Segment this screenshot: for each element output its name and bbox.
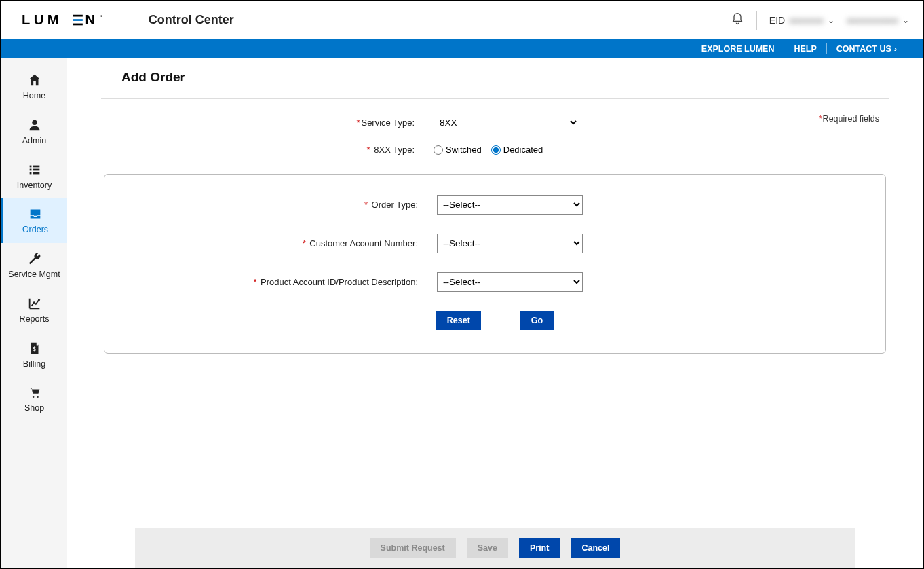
user-dropdown[interactable]: ●●●●●●●●● ⌄ <box>847 15 909 26</box>
explore-link[interactable]: EXPLORE LUMEN <box>692 43 784 54</box>
sidebar-item-label: Shop <box>24 404 44 414</box>
help-link[interactable]: HELP <box>784 43 826 54</box>
svg-rect-3 <box>73 23 83 25</box>
sidebar-item-label: Home <box>23 92 45 101</box>
svg-point-15 <box>37 396 39 398</box>
cart-icon <box>27 385 42 400</box>
save-button[interactable]: Save <box>467 538 508 558</box>
list-icon <box>27 162 42 177</box>
sidebar: Home Admin Inventory Orders Service Mgmt… <box>1 58 67 568</box>
svg-point-14 <box>32 396 34 398</box>
required-fields-note: Required fields <box>819 114 879 124</box>
order-type-select[interactable]: --Select-- <box>437 195 583 215</box>
svg-rect-11 <box>29 172 31 174</box>
chevron-down-icon: ⌄ <box>828 16 834 25</box>
service-type-label: *Service Type: <box>101 117 434 128</box>
sidebar-item-admin[interactable]: Admin <box>1 109 67 154</box>
8xx-type-label: * 8XX Type: <box>101 145 434 155</box>
reset-button[interactable]: Reset <box>436 311 481 330</box>
svg-rect-1 <box>73 14 83 16</box>
sidebar-item-service-mgmt[interactable]: Service Mgmt <box>1 243 67 288</box>
product-account-select[interactable]: --Select-- <box>437 272 583 292</box>
svg-rect-2 <box>73 19 83 21</box>
bell-icon[interactable] <box>731 12 744 28</box>
home-icon <box>27 73 42 88</box>
wrench-icon <box>27 251 42 266</box>
contact-link[interactable]: CONTACT US › <box>826 43 906 54</box>
service-type-select[interactable]: 8XX <box>434 113 579 132</box>
go-button[interactable]: Go <box>520 311 554 330</box>
print-button[interactable]: Print <box>519 538 560 558</box>
invoice-icon: $ <box>27 341 42 356</box>
user-icon <box>27 117 42 132</box>
svg-rect-9 <box>29 168 31 170</box>
app-title: Control Center <box>149 13 234 27</box>
sidebar-item-label: Orders <box>22 225 48 235</box>
sidebar-item-reports[interactable]: Reports <box>1 288 67 333</box>
page-title: Add Order <box>67 58 923 98</box>
order-type-label: * Order Type: <box>111 200 437 210</box>
chart-icon <box>27 296 42 311</box>
sidebar-item-inventory[interactable]: Inventory <box>1 154 67 199</box>
svg-point-5 <box>100 15 102 16</box>
sidebar-item-home[interactable]: Home <box>1 65 67 109</box>
svg-rect-8 <box>33 165 39 167</box>
cancel-button[interactable]: Cancel <box>571 538 620 558</box>
sidebar-item-label: Inventory <box>17 181 52 191</box>
sidebar-item-shop[interactable]: Shop <box>1 377 67 422</box>
eid-value: ●●●●●● <box>789 15 824 26</box>
action-footer: Submit Request Save Print Cancel <box>135 528 855 568</box>
product-account-label: * Product Account ID/Product Description… <box>111 277 437 287</box>
sidebar-item-label: Billing <box>23 360 45 369</box>
eid-label: EID <box>769 15 785 26</box>
customer-account-label: * Customer Account Number: <box>111 238 437 249</box>
sidebar-item-label: Reports <box>20 315 50 325</box>
eid-dropdown[interactable]: EID ●●●●●● ⌄ <box>769 15 834 26</box>
sidebar-item-label: Service Mgmt <box>8 270 60 280</box>
svg-text:$: $ <box>33 346 36 352</box>
submit-request-button[interactable]: Submit Request <box>370 538 456 558</box>
radio-switched[interactable]: Switched <box>434 145 482 155</box>
divider <box>756 11 757 30</box>
svg-rect-12 <box>33 172 39 174</box>
lumen-logo-svg: LUM N <box>22 13 121 28</box>
sidebar-item-billing[interactable]: $ Billing <box>1 333 67 378</box>
radio-dedicated[interactable]: Dedicated <box>491 145 543 155</box>
svg-text:N: N <box>85 13 98 27</box>
chevron-down-icon: ⌄ <box>902 16 909 25</box>
sidebar-item-label: Admin <box>22 136 46 146</box>
chevron-right-icon: › <box>894 44 897 54</box>
svg-rect-10 <box>33 168 39 170</box>
user-name: ●●●●●●●●● <box>847 15 898 26</box>
svg-rect-7 <box>29 165 31 167</box>
inbox-icon <box>28 206 43 221</box>
sidebar-item-orders[interactable]: Orders <box>1 198 67 243</box>
secondary-nav: EXPLORE LUMEN HELP CONTACT US › <box>1 39 923 58</box>
customer-account-select[interactable]: --Select-- <box>437 234 583 253</box>
svg-point-6 <box>32 120 37 124</box>
brand-logo: LUM N <box>22 13 121 28</box>
order-details-panel: * Order Type: --Select-- * Customer Acco… <box>104 174 886 354</box>
svg-text:LUM: LUM <box>22 13 62 27</box>
